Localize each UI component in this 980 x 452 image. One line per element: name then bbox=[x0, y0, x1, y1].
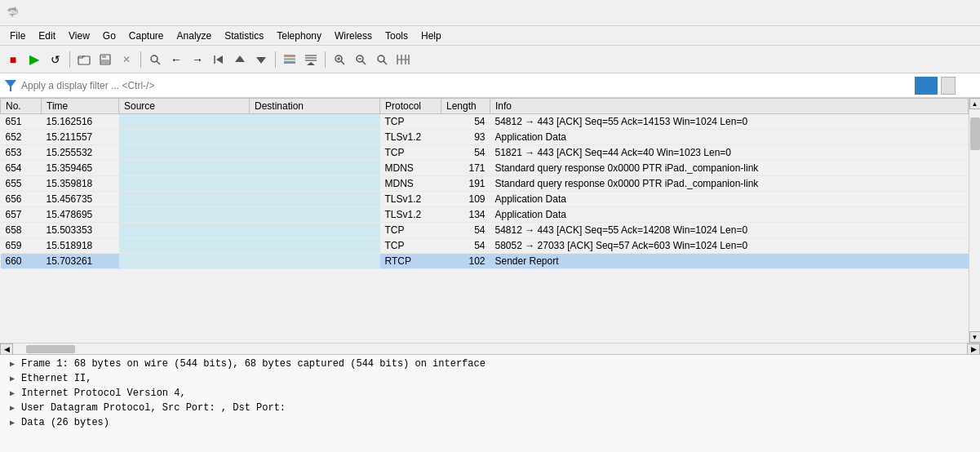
maximize-button[interactable] bbox=[925, 5, 947, 21]
table-row[interactable]: 66015.703261 RTCP102Sender Report bbox=[1, 254, 969, 269]
table-cell bbox=[119, 161, 250, 176]
table-row[interactable]: 65415.359465 MDNS171Standard query respo… bbox=[1, 161, 969, 176]
prev-marked-button[interactable]: ← bbox=[166, 50, 186, 69]
filter-add-button[interactable] bbox=[959, 77, 977, 95]
table-row[interactable]: 65815.503353 TCP5454812 → 443 [ACK] Seq=… bbox=[1, 223, 969, 238]
table-cell bbox=[250, 145, 380, 161]
autoscroll-button[interactable] bbox=[301, 50, 321, 69]
col-header-source[interactable]: Source bbox=[119, 99, 250, 114]
minimize-button[interactable] bbox=[898, 5, 921, 21]
table-row[interactable]: 65915.518918 TCP5458052 → 27033 [ACK] Se… bbox=[1, 238, 969, 254]
table-row[interactable]: 65115.162516 TCP5454812 → 443 [ACK] Seq=… bbox=[1, 114, 969, 130]
table-row[interactable]: 65715.478695 TLSv1.2134Application Data bbox=[1, 207, 969, 223]
table-cell: 54 bbox=[441, 114, 490, 130]
detail-expand-arrow[interactable]: ▶ bbox=[7, 388, 18, 398]
scroll-thumb[interactable] bbox=[970, 117, 980, 150]
restart-capture-button[interactable]: ↺ bbox=[46, 50, 65, 69]
start-capture-button[interactable]: ▶ bbox=[24, 50, 44, 69]
colorize-icon bbox=[283, 54, 296, 65]
horizontal-scrollbar[interactable]: ◀ ▶ bbox=[0, 343, 980, 354]
go-up-button[interactable] bbox=[230, 50, 250, 69]
toolbar-separator-2 bbox=[140, 51, 141, 68]
next-marked-button[interactable]: → bbox=[188, 50, 207, 69]
menu-capture[interactable]: Capture bbox=[122, 29, 171, 43]
packet-list[interactable]: No. Time Source Destination Protocol Len… bbox=[0, 98, 969, 343]
detail-expand-arrow[interactable]: ▶ bbox=[7, 403, 18, 413]
detail-item[interactable]: ▶Internet Protocol Version 4, bbox=[0, 386, 980, 401]
table-cell: 654 bbox=[1, 161, 42, 176]
table-cell bbox=[119, 207, 250, 223]
menu-edit[interactable]: Edit bbox=[32, 29, 62, 43]
col-header-info[interactable]: Info bbox=[490, 99, 969, 114]
detail-expand-arrow[interactable]: ▶ bbox=[7, 374, 18, 383]
col-header-destination[interactable]: Destination bbox=[250, 99, 380, 114]
zoom-out-button[interactable] bbox=[351, 50, 370, 69]
zoom-reset-button[interactable] bbox=[372, 50, 392, 69]
zoom-in-icon bbox=[334, 54, 345, 65]
go-down-button[interactable] bbox=[251, 50, 271, 69]
scroll-down-arrow[interactable]: ▼ bbox=[969, 331, 981, 343]
col-header-time[interactable]: Time bbox=[42, 99, 119, 114]
resize-cols-button[interactable] bbox=[393, 50, 413, 69]
menu-tools[interactable]: Tools bbox=[379, 29, 415, 43]
h-scroll-thumb[interactable] bbox=[26, 345, 75, 353]
menu-statistics[interactable]: Statistics bbox=[218, 29, 270, 43]
col-header-protocol[interactable]: Protocol bbox=[380, 99, 441, 114]
table-cell: TLSv1.2 bbox=[380, 207, 441, 223]
table-row[interactable]: 65515.359818 MDNS191Standard query respo… bbox=[1, 176, 969, 192]
save-file-button[interactable] bbox=[95, 50, 115, 69]
menu-go[interactable]: Go bbox=[96, 29, 122, 43]
table-cell: MDNS bbox=[380, 176, 441, 192]
svg-rect-10 bbox=[284, 55, 295, 57]
vertical-scrollbar[interactable]: ▲ ▼ bbox=[969, 98, 980, 343]
scroll-left-arrow[interactable]: ◀ bbox=[0, 343, 13, 355]
filter-dropdown-button[interactable] bbox=[941, 77, 956, 95]
open-file-icon bbox=[78, 54, 91, 65]
col-header-no[interactable]: No. bbox=[1, 99, 42, 114]
filter-bar bbox=[0, 73, 980, 98]
menu-help[interactable]: Help bbox=[415, 29, 448, 43]
table-row[interactable]: 65615.456735 TLSv1.2109Application Data bbox=[1, 192, 969, 207]
stop-capture-button[interactable]: ■ bbox=[3, 50, 23, 69]
table-row[interactable]: 65315.255532 TCP5451821 → 443 [ACK] Seq=… bbox=[1, 145, 969, 161]
table-cell: TCP bbox=[380, 145, 441, 161]
save-file-icon bbox=[100, 54, 111, 65]
detail-expand-arrow[interactable]: ▶ bbox=[7, 418, 18, 428]
table-cell: 134 bbox=[441, 207, 490, 223]
menu-telephony[interactable]: Telephony bbox=[270, 29, 328, 43]
filter-apply-button[interactable] bbox=[915, 77, 938, 95]
menu-file[interactable]: File bbox=[3, 29, 32, 43]
table-cell bbox=[250, 254, 380, 269]
toolbar-separator-4 bbox=[325, 51, 326, 68]
menu-wireless[interactable]: Wireless bbox=[328, 29, 379, 43]
table-cell bbox=[250, 192, 380, 207]
detail-item[interactable]: ▶User Datagram Protocol, Src Port: , Dst… bbox=[0, 401, 980, 415]
close-file-button[interactable]: ✕ bbox=[117, 50, 136, 69]
app-icon: 🦈 bbox=[7, 7, 20, 20]
detail-expand-arrow[interactable]: ▶ bbox=[7, 359, 18, 369]
menu-view[interactable]: View bbox=[62, 29, 96, 43]
table-cell: Standard query response 0x0000 PTR iPad.… bbox=[490, 176, 969, 192]
zoom-reset-icon bbox=[376, 54, 388, 65]
menu-analyze[interactable]: Analyze bbox=[171, 29, 219, 43]
table-row[interactable]: 65215.211557 TLSv1.293Application Data bbox=[1, 130, 969, 145]
zoom-in-button[interactable] bbox=[330, 50, 349, 69]
table-cell: 15.255532 bbox=[42, 145, 119, 161]
open-file-button[interactable] bbox=[74, 50, 94, 69]
go-first-button[interactable] bbox=[209, 50, 228, 69]
close-button[interactable] bbox=[951, 5, 973, 21]
table-cell: 54812 → 443 [ACK] Seq=55 Ack=14208 Win=1… bbox=[490, 223, 969, 238]
detail-item[interactable]: ▶Ethernet II, bbox=[0, 371, 980, 386]
table-cell: TCP bbox=[380, 114, 441, 130]
detail-item[interactable]: ▶Data (26 bytes) bbox=[0, 415, 980, 430]
table-cell: 15.503353 bbox=[42, 223, 119, 238]
filter-input[interactable] bbox=[21, 77, 911, 95]
find-packet-button[interactable] bbox=[145, 50, 165, 69]
scroll-up-arrow[interactable]: ▲ bbox=[969, 98, 981, 109]
colorize-button[interactable] bbox=[280, 50, 299, 69]
col-header-length[interactable]: Length bbox=[441, 99, 490, 114]
table-cell: 15.162516 bbox=[42, 114, 119, 130]
h-scroll-track bbox=[26, 345, 954, 353]
detail-item[interactable]: ▶Frame 1: 68 bytes on wire (544 bits), 6… bbox=[0, 357, 980, 371]
scroll-right-arrow[interactable]: ▶ bbox=[967, 343, 980, 355]
